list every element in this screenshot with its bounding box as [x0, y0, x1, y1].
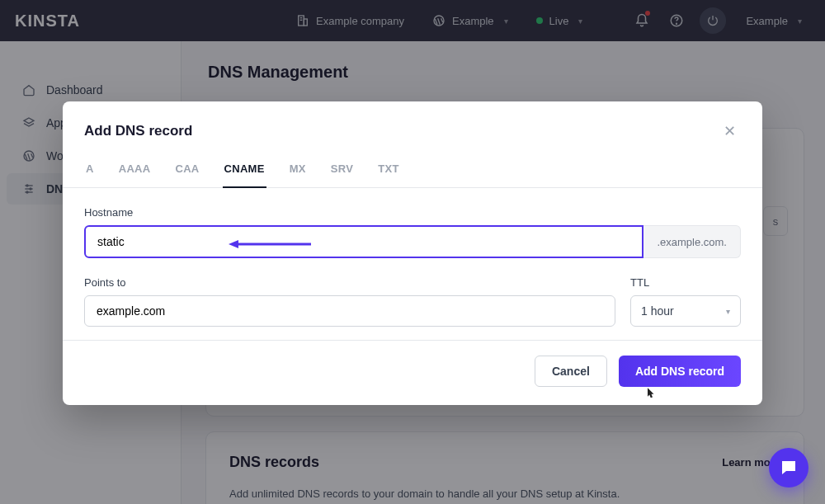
tab-aaaa[interactable]: AAAA: [117, 154, 153, 188]
tab-mx[interactable]: MX: [288, 154, 308, 188]
chat-widget-button[interactable]: [769, 448, 808, 488]
tab-caa[interactable]: CAA: [173, 154, 200, 188]
add-dns-record-button[interactable]: Add DNS record: [619, 356, 741, 387]
hostname-suffix: .example.com.: [644, 225, 741, 258]
tab-a[interactable]: A: [84, 154, 96, 188]
ttl-select[interactable]: 1 hour ▾: [630, 295, 741, 327]
tab-cname[interactable]: CNAME: [223, 154, 266, 188]
tab-txt[interactable]: TXT: [376, 154, 400, 188]
chevron-down-icon: ▾: [726, 307, 730, 316]
points-to-input[interactable]: [84, 295, 615, 327]
hostname-input[interactable]: [84, 225, 644, 258]
cancel-button[interactable]: Cancel: [535, 356, 607, 387]
modal-title: Add DNS record: [84, 123, 192, 139]
hostname-label: Hostname: [84, 206, 741, 219]
add-dns-record-modal: Add DNS record ✕ A AAAA CAA CNAME MX SRV…: [63, 101, 762, 405]
ttl-value: 1 hour: [641, 304, 674, 318]
points-to-label: Points to: [84, 276, 615, 289]
record-type-tabs: A AAAA CAA CNAME MX SRV TXT: [63, 154, 762, 188]
close-icon[interactable]: ✕: [718, 120, 741, 143]
ttl-label: TTL: [630, 276, 741, 289]
tab-srv[interactable]: SRV: [329, 154, 355, 188]
